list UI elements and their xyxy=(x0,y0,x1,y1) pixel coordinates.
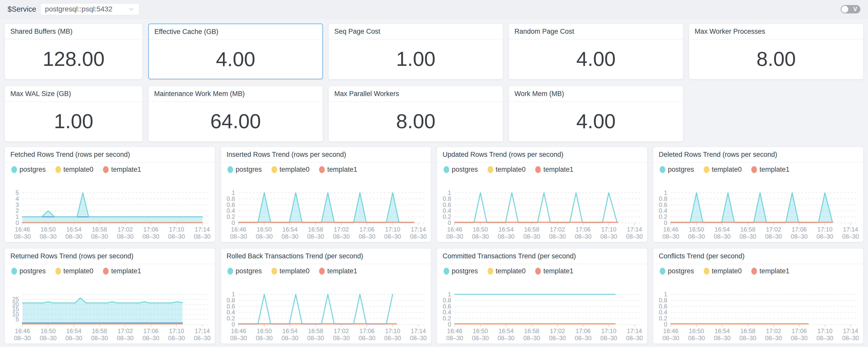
chart-title: Inserted Rows Trend (rows per second) xyxy=(221,147,431,163)
svg-text:08–30: 08–30 xyxy=(168,335,185,341)
svg-text:08–30: 08–30 xyxy=(446,335,463,341)
stat-card-value: 1.00 xyxy=(5,102,143,141)
chart-card-rolled-back-transactions: Rolled Back Transactions Trend (per seco… xyxy=(221,248,431,344)
svg-text:0: 0 xyxy=(16,219,19,226)
svg-text:08–30: 08–30 xyxy=(230,335,247,341)
legend-label: template1 xyxy=(111,267,141,275)
legend-item-template0[interactable]: template0 xyxy=(704,267,742,275)
svg-text:0.6: 0.6 xyxy=(659,303,667,310)
legend-item-template0[interactable]: template0 xyxy=(272,267,310,275)
svg-text:17:10: 17:10 xyxy=(817,226,833,233)
service-variable-label: $Service xyxy=(8,5,36,13)
stat-card-random-page-cost[interactable]: Random Page Cost 4.00 xyxy=(509,24,683,79)
legend-item-postgres[interactable]: postgres xyxy=(227,267,262,275)
legend-item-template0[interactable]: template0 xyxy=(272,166,310,173)
svg-text:16:50: 16:50 xyxy=(40,226,56,233)
toggle-label: V xyxy=(853,6,857,12)
stat-card-max-parallel-workers[interactable]: Max Parallel Workers 8.00 xyxy=(329,86,503,142)
legend-item-postgres[interactable]: postgres xyxy=(444,267,478,275)
svg-text:08–30: 08–30 xyxy=(446,233,463,240)
svg-text:08–30: 08–30 xyxy=(333,335,350,341)
legend-item-template1[interactable]: template1 xyxy=(535,166,574,173)
svg-text:17:06: 17:06 xyxy=(576,226,591,233)
legend-item-postgres[interactable]: postgres xyxy=(11,166,46,173)
legend-item-template1[interactable]: template1 xyxy=(103,267,141,275)
svg-text:0.2: 0.2 xyxy=(443,213,451,220)
svg-text:0.8: 0.8 xyxy=(659,195,667,202)
svg-text:4: 4 xyxy=(16,195,19,202)
legend-item-template1[interactable]: template1 xyxy=(535,267,574,275)
svg-text:17:02: 17:02 xyxy=(118,327,133,334)
svg-text:08–30: 08–30 xyxy=(384,335,401,341)
svg-text:5: 5 xyxy=(16,189,19,196)
svg-text:17:10: 17:10 xyxy=(817,327,833,334)
legend-swatch-icon xyxy=(55,166,61,173)
legend-item-template1[interactable]: template1 xyxy=(103,166,141,173)
svg-text:17:14: 17:14 xyxy=(195,226,210,233)
legend-label: template0 xyxy=(496,267,526,275)
svg-text:17:14: 17:14 xyxy=(843,226,858,233)
stat-row-1: Shared Buffers (MB) 128.00 Effective Cac… xyxy=(5,24,863,79)
svg-text:0.6: 0.6 xyxy=(443,201,451,208)
svg-text:17:06: 17:06 xyxy=(359,327,375,334)
legend-item-template0[interactable]: template0 xyxy=(55,267,94,275)
svg-text:17:14: 17:14 xyxy=(843,327,858,334)
svg-text:08–30: 08–30 xyxy=(714,233,731,240)
svg-text:08–30: 08–30 xyxy=(281,233,298,240)
legend-item-template0[interactable]: template0 xyxy=(488,267,526,275)
svg-text:1: 1 xyxy=(232,291,235,298)
legend-item-template1[interactable]: template1 xyxy=(319,166,357,173)
stat-card-max-worker-processes[interactable]: Max Worker Processes 8.00 xyxy=(689,24,863,79)
svg-text:08–30: 08–30 xyxy=(117,233,134,240)
svg-text:08–30: 08–30 xyxy=(842,233,859,240)
stat-card-seq-page-cost[interactable]: Seq Page Cost 1.00 xyxy=(329,24,503,79)
legend-item-postgres[interactable]: postgres xyxy=(11,267,46,275)
legend-swatch-icon xyxy=(227,166,233,173)
svg-text:0.4: 0.4 xyxy=(659,207,667,214)
legend-item-template0[interactable]: template0 xyxy=(55,166,94,173)
svg-text:16:50: 16:50 xyxy=(689,226,704,233)
legend-item-postgres[interactable]: postgres xyxy=(227,166,262,173)
svg-text:08–30: 08–30 xyxy=(549,335,566,341)
svg-text:17:14: 17:14 xyxy=(411,327,426,334)
v-toggle-switch[interactable]: V xyxy=(841,5,860,13)
stat-card-work-mem[interactable]: Work Mem (MB) 4.00 xyxy=(509,86,683,142)
legend-label: postgres xyxy=(236,166,262,173)
legend-swatch-icon xyxy=(444,268,449,274)
stat-card-maintenance-work-mem[interactable]: Maintenance Work Mem (MB) 64.00 xyxy=(148,86,323,142)
stat-card-value: 64.00 xyxy=(149,102,323,141)
stat-card-max-wal-size[interactable]: Max WAL Size (GB) 1.00 xyxy=(5,86,143,142)
legend-item-postgres[interactable]: postgres xyxy=(660,166,694,173)
svg-text:08–30: 08–30 xyxy=(626,233,643,240)
stat-card-effective-cache[interactable]: Effective Cache (GB) 4.00 xyxy=(148,24,323,79)
chart-canvas: 01234516:4608–3016:5008–3016:5408–3016:5… xyxy=(5,176,215,242)
svg-text:1: 1 xyxy=(664,189,667,196)
legend-item-postgres[interactable]: postgres xyxy=(660,267,694,275)
svg-text:16:58: 16:58 xyxy=(524,226,539,233)
svg-text:08–30: 08–30 xyxy=(498,233,515,240)
svg-text:16:46: 16:46 xyxy=(15,327,30,334)
svg-text:0.8: 0.8 xyxy=(443,297,451,304)
legend-item-template1[interactable]: template1 xyxy=(319,267,357,275)
chart-title: Conflicts Trend (per second) xyxy=(653,249,863,264)
legend-item-template0[interactable]: template0 xyxy=(704,166,742,173)
legend-item-postgres[interactable]: postgres xyxy=(444,166,478,173)
legend-swatch-icon xyxy=(11,268,17,274)
legend-swatch-icon xyxy=(103,166,108,173)
svg-text:0.4: 0.4 xyxy=(227,309,235,316)
svg-text:08–30: 08–30 xyxy=(688,233,705,240)
chart-legend: postgrestemplate0template1 xyxy=(653,264,863,278)
service-select[interactable]: postgresql::psql:5432 xyxy=(40,3,140,15)
svg-text:0.4: 0.4 xyxy=(659,309,667,316)
legend-label: template0 xyxy=(712,166,742,173)
legend-item-template1[interactable]: template1 xyxy=(751,166,789,173)
chart-svg: 51015202516:4608–3016:5008–3016:5408–301… xyxy=(5,278,215,343)
legend-label: postgres xyxy=(668,166,694,173)
legend-swatch-icon xyxy=(272,166,277,173)
svg-text:16:58: 16:58 xyxy=(308,226,323,233)
legend-swatch-icon xyxy=(535,166,541,173)
stat-card-shared-buffers[interactable]: Shared Buffers (MB) 128.00 xyxy=(5,24,143,79)
chart-title: Deleted Rows Trend (rows per second) xyxy=(653,147,863,163)
legend-item-template0[interactable]: template0 xyxy=(488,166,526,173)
legend-item-template1[interactable]: template1 xyxy=(751,267,789,275)
